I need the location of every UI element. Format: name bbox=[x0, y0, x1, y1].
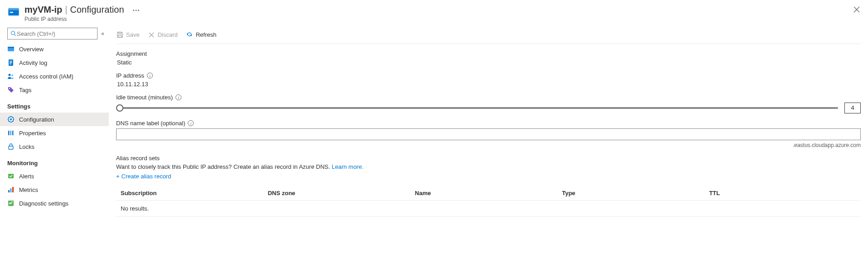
info-icon[interactable]: i bbox=[147, 73, 153, 79]
assignment-value: Static bbox=[116, 59, 861, 66]
table-row: No results. bbox=[116, 201, 861, 217]
info-icon[interactable]: i bbox=[176, 94, 181, 100]
refresh-button[interactable]: Refresh bbox=[186, 31, 217, 39]
svg-rect-26 bbox=[118, 35, 122, 37]
search-input-wrapper[interactable] bbox=[7, 28, 98, 39]
main-content: Save Discard Refresh Assignment Static I… bbox=[109, 26, 868, 232]
idle-timeout-slider[interactable] bbox=[116, 103, 838, 113]
lock-icon bbox=[7, 143, 15, 150]
svg-rect-1 bbox=[8, 8, 19, 10]
svg-rect-6 bbox=[8, 47, 14, 48]
svg-rect-23 bbox=[12, 187, 14, 192]
diagnostic-icon bbox=[7, 200, 15, 207]
svg-rect-10 bbox=[10, 64, 11, 64]
learn-more-link[interactable]: Learn more. bbox=[332, 163, 363, 170]
table-empty: No results. bbox=[121, 205, 268, 212]
col-subscription: Subscription bbox=[121, 190, 268, 196]
col-name: Name bbox=[415, 190, 562, 196]
title-separator: | bbox=[65, 5, 67, 15]
sidebar-item-diagnostic-settings[interactable]: Diagnostic settings bbox=[0, 196, 109, 210]
sidebar-item-properties[interactable]: Properties bbox=[0, 126, 109, 140]
svg-point-13 bbox=[9, 88, 10, 89]
svg-point-15 bbox=[10, 118, 12, 120]
sidebar-item-access-control[interactable]: Access control (IAM) bbox=[0, 69, 109, 83]
gear-icon bbox=[7, 116, 15, 123]
sidebar-group-monitoring: Monitoring bbox=[0, 153, 109, 169]
sidebar-item-label: Properties bbox=[19, 130, 46, 137]
assignment-field: Assignment Static bbox=[116, 50, 861, 66]
assignment-label: Assignment bbox=[116, 50, 861, 57]
sidebar-item-alerts[interactable]: Alerts bbox=[0, 169, 109, 183]
collapse-sidebar-button[interactable]: « bbox=[101, 30, 104, 37]
sidebar-search-input[interactable] bbox=[17, 30, 94, 37]
svg-rect-21 bbox=[8, 190, 10, 192]
blade-header: myVM-ip | Configuration ⋯ Public IP addr… bbox=[0, 0, 868, 26]
overview-icon bbox=[7, 45, 15, 53]
sidebar-item-label: Access control (IAM) bbox=[19, 73, 73, 80]
discard-button[interactable]: Discard bbox=[148, 31, 178, 39]
alias-records-section: Alias record sets Want to closely track … bbox=[116, 155, 861, 217]
sidebar-item-label: Diagnostic settings bbox=[19, 200, 68, 207]
svg-rect-8 bbox=[10, 61, 12, 62]
dns-name-field: DNS name label (optional) i .eastus.clou… bbox=[116, 120, 861, 148]
save-icon bbox=[116, 31, 123, 39]
alias-description: Want to closely track this Public IP add… bbox=[116, 163, 861, 170]
access-control-icon bbox=[7, 73, 15, 80]
sidebar-item-overview[interactable]: Overview bbox=[0, 42, 109, 56]
svg-rect-25 bbox=[118, 32, 121, 34]
svg-rect-18 bbox=[12, 131, 14, 135]
idle-timeout-value[interactable]: 4 bbox=[844, 103, 861, 113]
sidebar-group-settings: Settings bbox=[0, 97, 109, 113]
sidebar: « Overview Activity log Access control (… bbox=[0, 26, 109, 210]
svg-point-11 bbox=[9, 74, 11, 76]
ip-value: 10.11.12.13 bbox=[116, 81, 861, 88]
metrics-icon bbox=[7, 186, 15, 193]
sidebar-item-label: Activity log bbox=[19, 59, 47, 66]
slider-thumb[interactable] bbox=[116, 104, 123, 112]
svg-rect-17 bbox=[10, 131, 12, 135]
alerts-icon bbox=[7, 172, 15, 180]
slider-track-line bbox=[116, 107, 838, 109]
create-alias-label: Create alias record bbox=[122, 173, 171, 180]
save-button[interactable]: Save bbox=[116, 31, 140, 39]
idle-timeout-label: Idle timeout (minutes) bbox=[116, 94, 173, 101]
svg-point-12 bbox=[11, 74, 13, 76]
dns-name-input[interactable] bbox=[116, 128, 861, 140]
plus-icon: + bbox=[116, 173, 120, 180]
svg-point-3 bbox=[11, 31, 15, 35]
section-name: Configuration bbox=[70, 5, 124, 15]
refresh-icon bbox=[186, 31, 193, 39]
sidebar-item-label: Configuration bbox=[19, 116, 54, 123]
public-ip-icon bbox=[7, 5, 20, 18]
sidebar-item-label: Alerts bbox=[19, 173, 34, 180]
col-ttl: TTL bbox=[709, 190, 856, 196]
sidebar-item-label: Tags bbox=[19, 87, 31, 93]
page-title: myVM-ip | Configuration ⋯ bbox=[24, 5, 861, 15]
tags-icon bbox=[7, 86, 15, 93]
resource-type: Public IP address bbox=[24, 16, 861, 22]
sidebar-item-activity-log[interactable]: Activity log bbox=[0, 56, 109, 69]
ip-label: IP address bbox=[116, 72, 144, 79]
sidebar-item-label: Locks bbox=[19, 143, 34, 150]
close-button[interactable] bbox=[853, 6, 860, 14]
info-icon[interactable]: i bbox=[188, 120, 194, 126]
create-alias-button[interactable]: + Create alias record bbox=[116, 173, 861, 180]
toolbar-label: Discard bbox=[158, 31, 178, 38]
alias-table-header: Subscription DNS zone Name Type TTL bbox=[116, 186, 861, 201]
dns-suffix: .eastus.cloudapp.azure.com bbox=[116, 142, 861, 148]
idle-timeout-field: Idle timeout (minutes) i 4 bbox=[116, 94, 861, 113]
col-dns-zone: DNS zone bbox=[268, 190, 414, 196]
toolbar-label: Refresh bbox=[196, 31, 217, 38]
activity-log-icon bbox=[7, 59, 15, 66]
svg-line-4 bbox=[15, 34, 16, 36]
more-actions-button[interactable]: ⋯ bbox=[132, 6, 140, 15]
sidebar-item-tags[interactable]: Tags bbox=[0, 83, 109, 97]
sidebar-item-locks[interactable]: Locks bbox=[0, 140, 109, 153]
resource-name: myVM-ip bbox=[24, 5, 62, 15]
sidebar-item-configuration[interactable]: Configuration bbox=[0, 113, 109, 126]
col-type: Type bbox=[562, 190, 709, 196]
sidebar-item-label: Overview bbox=[19, 46, 44, 53]
properties-icon bbox=[7, 129, 15, 137]
svg-rect-16 bbox=[8, 131, 10, 135]
sidebar-item-metrics[interactable]: Metrics bbox=[0, 183, 109, 196]
